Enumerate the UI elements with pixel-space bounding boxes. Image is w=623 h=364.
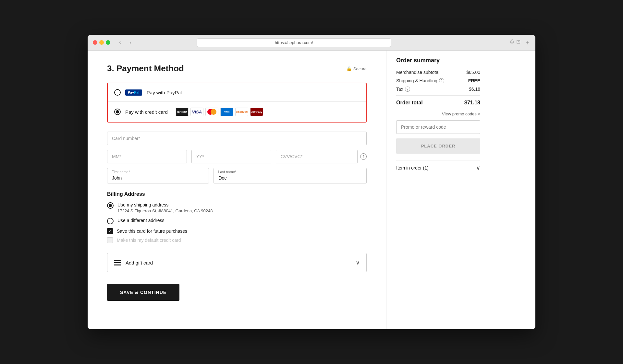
page-title: 3. Payment Method (107, 64, 184, 74)
expiry-cvv-row: ? (107, 150, 367, 163)
place-order-button[interactable]: PLACE ORDER (396, 138, 480, 154)
items-label: Item in order (1) (396, 165, 429, 170)
card-number-input[interactable] (107, 132, 367, 145)
credit-card-radio[interactable] (114, 109, 121, 115)
tax-help-icon[interactable]: ? (405, 87, 410, 92)
default-card-checkbox[interactable] (107, 237, 113, 243)
last-name-group: Last name* (214, 168, 367, 183)
paypal-logo: PayPal (125, 89, 142, 96)
payment-options: PayPal Pay with PayPal Pay with credit c… (107, 83, 367, 123)
sephora-card-logo: SEPHORA (176, 108, 189, 116)
browser-body: 3. Payment Method 🔒 Secure PayPal Pay wi… (88, 51, 535, 329)
back-button[interactable]: ‹ (116, 38, 125, 47)
order-total-row: Order total $71.18 (396, 100, 480, 106)
gift-card-label: Add gift card (126, 260, 153, 265)
order-summary-title: Order summary (396, 57, 480, 64)
discover-card-logo: DISCOVER (235, 108, 248, 116)
browser-actions: ⎙ ⊡ ＋ (510, 39, 530, 46)
secure-label: Secure (353, 66, 367, 71)
order-total-value: $71.18 (464, 100, 480, 106)
sidebar: Order summary Merchandise subtotal $65.0… (386, 51, 490, 329)
name-row: First name* Last name* (107, 168, 367, 183)
shipping-value: FREE (468, 78, 480, 83)
mc-circle-orange (211, 109, 216, 115)
first-name-group: First name* (107, 168, 209, 183)
cvv-input[interactable] (276, 150, 358, 163)
shipping-label-group: Shipping & Handling ? (396, 78, 444, 83)
mm-input[interactable] (107, 150, 187, 163)
card-logos: SEPHORA VISA AMEX DISCOVER JCPenney (176, 108, 263, 116)
browser-chrome: ‹ › https://sephora.com/ ⎙ ⊡ ＋ (88, 35, 535, 51)
jcpenney-card-logo: JCPenney (250, 108, 263, 116)
view-promo-link[interactable]: View promo codes > (396, 112, 480, 116)
amex-card-logo: AMEX (220, 108, 233, 116)
first-name-label: First name* (112, 170, 130, 174)
traffic-lights (93, 40, 110, 45)
items-chevron-icon: ∨ (476, 164, 480, 171)
use-shipping-text: Use my shipping address 17224 S Figueroa… (117, 202, 213, 213)
shipping-label: Shipping & Handling (396, 78, 437, 83)
paypal-radio[interactable] (114, 89, 121, 96)
last-name-label: Last name* (218, 170, 236, 174)
shipping-address: 17224 S Figueroa St, #A8041, Gardena, CA… (117, 208, 213, 213)
paypal-option[interactable]: PayPal Pay with PayPal (108, 83, 366, 102)
order-divider (396, 96, 480, 96)
different-address-option[interactable]: Use a different address (107, 217, 367, 224)
billing-title: Billing Address (107, 191, 367, 197)
yy-input[interactable] (191, 150, 271, 163)
gift-card-left: Add gift card (114, 260, 153, 265)
use-shipping-label: Use my shipping address (117, 202, 213, 208)
tax-label: Tax (396, 87, 403, 92)
main-content: 3. Payment Method 🔒 Secure PayPal Pay wi… (88, 51, 386, 329)
close-button[interactable] (93, 40, 97, 45)
tabs-icon[interactable]: ⊡ (516, 39, 520, 46)
view-promo-label: View promo codes > (442, 112, 480, 116)
cvv-help-icon[interactable]: ? (360, 153, 367, 160)
credit-card-option[interactable]: Pay with credit card SEPHORA VISA AMEX D… (108, 102, 366, 122)
save-card-label: Save this card for future purchases (117, 229, 187, 234)
mastercard-logo (205, 108, 218, 116)
shipping-row: Shipping & Handling ? FREE (396, 78, 480, 83)
different-address-label: Use a different address (117, 217, 165, 224)
credit-card-label: Pay with credit card (125, 109, 168, 115)
shipping-help-icon[interactable]: ? (439, 78, 444, 83)
minimize-button[interactable] (99, 40, 104, 45)
address-bar[interactable]: https://sephora.com/ (197, 38, 391, 47)
items-in-order[interactable]: Item in order (1) ∨ (396, 160, 480, 175)
save-card-checkbox[interactable] (107, 228, 113, 234)
save-card-option[interactable]: Save this card for future purchases (107, 228, 367, 234)
promo-code-input[interactable] (396, 120, 480, 134)
default-card-label: Make this my default credit card (117, 238, 181, 243)
gift-card-section[interactable]: Add gift card ∨ (107, 253, 367, 272)
url-text: https://sephora.com/ (275, 40, 313, 45)
last-name-input[interactable] (214, 168, 367, 183)
browser-window: ‹ › https://sephora.com/ ⎙ ⊡ ＋ 3. Paymen… (88, 35, 535, 329)
nav-buttons: ‹ › (116, 38, 135, 47)
different-address-radio[interactable] (107, 218, 114, 224)
hamburger-line-2 (114, 262, 121, 263)
order-total-label: Order total (396, 100, 423, 106)
card-number-row (107, 132, 367, 145)
forward-button[interactable]: › (126, 38, 135, 47)
add-tab-icon[interactable]: ＋ (524, 39, 530, 46)
maximize-button[interactable] (106, 40, 110, 45)
tax-value: $6.18 (469, 87, 480, 92)
use-shipping-radio[interactable] (107, 202, 114, 209)
tax-row: Tax ? $6.18 (396, 87, 480, 92)
merchandise-row: Merchandise subtotal $65.00 (396, 70, 480, 75)
merchandise-label: Merchandise subtotal (396, 70, 439, 75)
billing-section: Billing Address Use my shipping address … (107, 191, 367, 243)
hamburger-line-3 (114, 264, 121, 265)
lock-icon: 🔒 (346, 66, 352, 71)
tax-label-group: Tax ? (396, 87, 410, 92)
use-shipping-option[interactable]: Use my shipping address 17224 S Figueroa… (107, 202, 367, 213)
gift-card-icon (114, 260, 121, 265)
secure-badge: 🔒 Secure (346, 66, 367, 71)
paypal-label: Pay with PayPal (147, 90, 182, 95)
visa-card-logo: VISA (190, 108, 203, 116)
share-icon[interactable]: ⎙ (510, 39, 514, 46)
default-card-option[interactable]: Make this my default credit card (107, 237, 367, 243)
merchandise-value: $65.00 (466, 70, 480, 75)
hamburger-line-1 (114, 260, 121, 261)
save-continue-button[interactable]: SAVE & CONTINUE (107, 284, 179, 301)
